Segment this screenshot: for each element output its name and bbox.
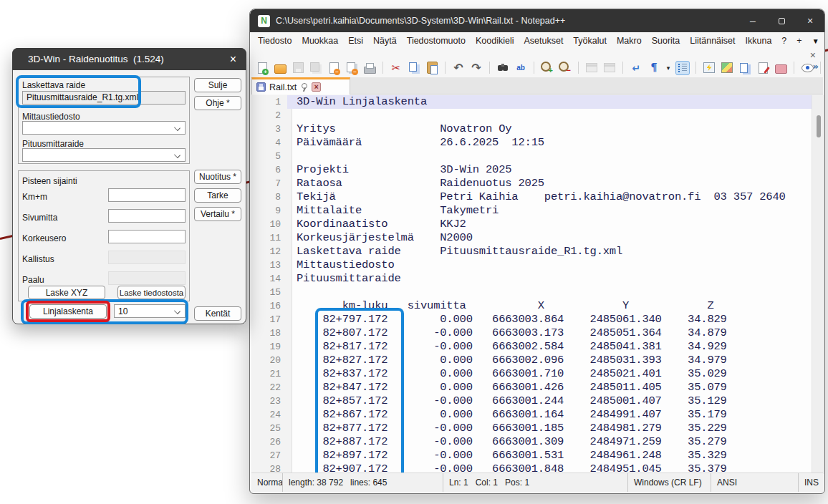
menu-item-suorita[interactable]: Suorita <box>647 34 685 48</box>
editor-line[interactable]: 25 82+877.172 -0.000 6663001.185 2484981… <box>251 422 812 435</box>
open-file-icon[interactable] <box>273 61 287 75</box>
minimize-button[interactable]: – <box>738 9 767 32</box>
menu-item-koodikieli[interactable]: Koodikieli <box>471 34 519 48</box>
editor-line[interactable]: 16 km-luku sivumitta X Y Z <box>251 299 812 313</box>
save-icon[interactable] <box>291 61 305 75</box>
menu-item-?[interactable]: ? <box>776 34 791 48</box>
status-section-0: Normal <box>251 473 283 492</box>
editor-line[interactable]: 22 82+847.172 0.000 6663001.426 2485011.… <box>251 381 812 394</box>
editor-line[interactable]: 10Koordinaatisto KKJ2 <box>251 218 812 231</box>
line-number: 16 <box>251 299 287 313</box>
cut-icon[interactable] <box>389 61 403 75</box>
vertical-scrollbar[interactable] <box>812 95 824 474</box>
pin-tab-icon[interactable] <box>300 82 308 92</box>
editor-line[interactable]: 20 82+827.172 0.000 6663002.096 2485031.… <box>251 354 812 367</box>
paste-icon[interactable] <box>425 61 439 75</box>
sulje-button[interactable]: Sulje <box>194 78 241 92</box>
editor-line[interactable]: 8Tekijä Petri Kaihia petri.kaihia@novatr… <box>251 190 812 204</box>
editor-line[interactable]: 2 <box>251 109 812 122</box>
menu-item-liitnniset[interactable]: Liitännäiset <box>685 34 740 48</box>
dialog-close-icon[interactable]: × <box>230 54 236 65</box>
editor-line[interactable]: 14Pituusmittaraide <box>251 272 812 286</box>
zoom-in-icon[interactable] <box>540 61 554 75</box>
menu-item-muokkaa[interactable]: Muokkaa <box>297 34 343 48</box>
menu-item-tykalut[interactable]: Työkalut <box>568 34 612 48</box>
editor-line[interactable]: 27 82+897.172 -0.000 6663001.531 2484961… <box>251 449 812 462</box>
function-list-icon[interactable] <box>756 61 770 75</box>
close-all-icon[interactable] <box>345 61 359 75</box>
menu-item-etsi[interactable]: Etsi <box>343 34 368 48</box>
zoom-out-icon[interactable] <box>558 61 572 75</box>
menu-item-nyt[interactable]: Näytä <box>368 34 402 48</box>
ohje-button[interactable]: Ohje * <box>194 96 241 110</box>
laske-tiedostosta-button[interactable]: Laske tiedostosta <box>117 286 186 299</box>
folder-as-workspace-icon[interactable] <box>774 61 788 75</box>
dialog-titlebar[interactable]: 3D-Win - Raidenuotitus (1.524) × <box>12 48 246 70</box>
tarke-button[interactable]: Tarke <box>194 188 241 203</box>
editor-area[interactable]: 13D-Win Linjalaskenta23Yritys Novatron O… <box>251 95 824 474</box>
menu-item-tiedosto[interactable]: Tiedosto <box>253 34 297 48</box>
close-button[interactable]: × <box>796 9 824 32</box>
menu-item-makro[interactable]: Makro <box>612 34 647 48</box>
close-file-icon[interactable] <box>327 61 341 75</box>
print-icon[interactable] <box>362 61 377 75</box>
vertailu-button[interactable]: Vertailu * <box>194 207 241 221</box>
save-all-icon[interactable] <box>309 61 323 75</box>
mittaustiedosto-combo[interactable] <box>22 121 186 135</box>
synchronize-vertical-icon[interactable] <box>584 61 599 75</box>
laske-xyz-button[interactable]: Laske XYZ <box>28 286 105 299</box>
copy-icon[interactable] <box>407 61 421 75</box>
document-list-icon[interactable] <box>738 61 752 75</box>
korkeusero-field[interactable] <box>108 230 186 243</box>
show-all-characters-dropdown-icon[interactable] <box>665 61 672 75</box>
editor-line[interactable]: 23 82+857.172 -0.000 6663001.244 2485001… <box>251 394 812 408</box>
word-wrap-icon[interactable] <box>629 61 643 75</box>
notepad-titlebar[interactable]: C:\Users\petri.kaihia\Documents\3D-Syste… <box>250 9 824 32</box>
editor-line[interactable]: 7Rataosa Raidenuotus 2025 <box>251 177 812 190</box>
sivumitta-field[interactable] <box>108 209 186 223</box>
menu-item-ikkuna[interactable]: Ikkuna <box>741 34 777 48</box>
document-switcher-icon[interactable] <box>720 61 734 75</box>
kentat-button[interactable]: Kentät <box>194 306 241 321</box>
new-file-icon[interactable] <box>255 61 269 75</box>
interval-combo[interactable]: 10 <box>114 304 186 318</box>
maximize-button[interactable] <box>767 9 796 32</box>
editor-line[interactable]: 13Mittaustiedosto <box>251 258 812 272</box>
editor-line[interactable]: 12Laskettava raide Pituusmittausraide_R1… <box>251 245 812 258</box>
menu-item-tiedostomuoto[interactable]: Tiedostomuoto <box>402 34 471 48</box>
editor-line[interactable]: 18 82+807.172 -0.000 6663003.173 2485051… <box>251 326 812 340</box>
tab-rail-txt[interactable]: Rail.txt × <box>251 77 350 94</box>
editor-line[interactable]: 5 <box>251 150 812 163</box>
replace-icon[interactable] <box>514 61 528 75</box>
menu-item-asetukset[interactable]: Asetukset <box>519 34 568 48</box>
km-m-field[interactable] <box>108 188 186 202</box>
tab-close-icon[interactable]: × <box>312 82 321 92</box>
editor-line[interactable]: 13D-Win Linjalaskenta <box>251 95 812 109</box>
scrollbar-thumb[interactable] <box>817 115 821 137</box>
nuotitus-button[interactable]: Nuotitus * <box>194 170 241 184</box>
find-icon[interactable] <box>496 61 510 75</box>
editor-line[interactable]: 19 82+817.172 -0.000 6663002.584 2485041… <box>251 340 812 354</box>
show-all-characters-icon[interactable] <box>647 61 661 75</box>
editor-line[interactable]: 26 82+887.172 -0.000 6663001.309 2484971… <box>251 435 812 449</box>
editor-line[interactable]: 24 82+867.172 0.000 6663001.164 2484991.… <box>251 408 812 422</box>
editor-line[interactable]: 4Päivämäärä 26.6.2025 12:15 <box>251 136 812 150</box>
redo-icon[interactable] <box>469 61 483 75</box>
laskettava-raide-field[interactable]: Pituusmittausraide_R1.tg.xml <box>22 91 186 105</box>
editor-line[interactable]: 17 82+797.172 0.000 6663003.864 2485061.… <box>251 313 812 326</box>
indent-guide-icon[interactable] <box>675 61 690 75</box>
editor-line[interactable]: 6Projekti 3D-Win 2025 <box>251 163 812 177</box>
editor-line[interactable]: 15 <box>251 286 812 299</box>
pituusmittaraide-combo[interactable] <box>22 148 186 162</box>
linjalaskenta-button[interactable]: Linjalaskenta <box>29 304 107 319</box>
editor-line[interactable]: 3Yritys Novatron Oy <box>251 122 812 136</box>
editor-line[interactable]: 9Mittalaite Takymetri <box>251 204 812 218</box>
editor-line[interactable]: 21 82+837.172 0.000 6663001.710 2485021.… <box>251 367 812 381</box>
editor-line[interactable]: 11Korkeusjärjestelmä N2000 <box>251 231 812 245</box>
undo-icon[interactable] <box>451 61 466 75</box>
toolbar-overflow-icon[interactable]: » <box>813 62 819 71</box>
menu-item-+[interactable]: + <box>791 34 807 48</box>
menu-item-[interactable]: ▼ <box>807 35 824 47</box>
synchronize-horizontal-icon[interactable] <box>602 61 617 75</box>
document-map-icon[interactable] <box>702 61 716 75</box>
